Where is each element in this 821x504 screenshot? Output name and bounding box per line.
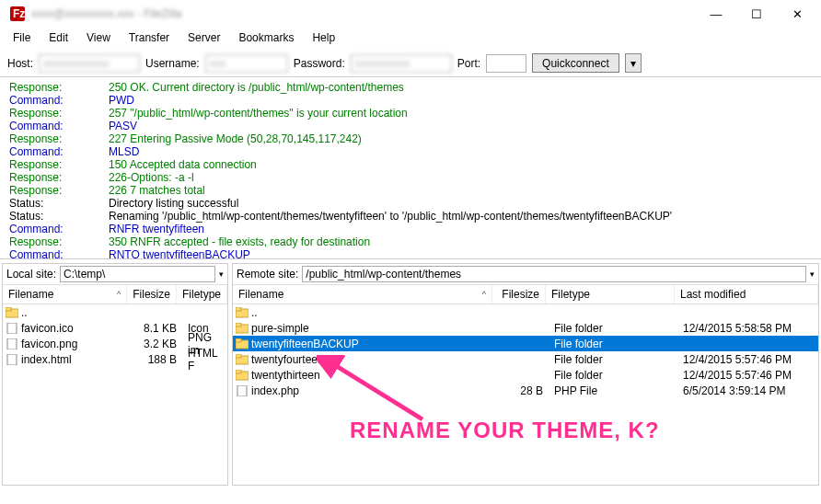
menu-bookmarks[interactable]: Bookmarks: [231, 29, 301, 46]
log-label: Response:: [9, 132, 109, 145]
password-input[interactable]: [351, 54, 452, 73]
file-name: favicon.png: [21, 338, 77, 350]
table-row[interactable]: twentythirteenFile folder12/4/2015 5:57:…: [233, 367, 818, 383]
host-input[interactable]: [39, 54, 140, 73]
annotation-text: RENAME YOUR THEME, K?: [350, 418, 660, 443]
log-text: 227 Entering Passive Mode (50,28,70,145,…: [109, 132, 362, 145]
file-type: File folder: [549, 353, 677, 366]
log-text: 257 "/public_html/wp-content/themes" is …: [109, 107, 408, 120]
remote-list-header: Filename^ Filesize Filetype Last modifie…: [233, 285, 818, 304]
file-size: 8.1 KB: [133, 322, 182, 335]
log-text: MLSD: [109, 145, 139, 158]
host-label: Host:: [7, 57, 33, 70]
username-input[interactable]: [205, 54, 288, 73]
col-filesize[interactable]: Filesize: [492, 285, 546, 304]
file-name: twentythirteen: [251, 369, 320, 382]
log-text: PWD: [109, 94, 134, 107]
file-name: pure-simple: [251, 322, 309, 335]
table-row[interactable]: pure-simpleFile folder12/4/2015 5:58:58 …: [233, 320, 818, 336]
log-label: Status:: [9, 210, 109, 223]
log-label: Command:: [9, 94, 109, 107]
app-icon: Fz: [9, 6, 26, 22]
log-label: Command:: [9, 223, 109, 235]
file-icon: [6, 323, 18, 334]
file-size: 3.2 KB: [133, 338, 182, 350]
maximize-button[interactable]: ☐: [736, 1, 777, 27]
svg-rect-17: [237, 385, 247, 396]
svg-rect-12: [236, 338, 241, 342]
svg-rect-16: [236, 370, 241, 373]
folder-icon: [236, 338, 249, 349]
local-file-list[interactable]: ..favicon.ico8.1 KBIconfavicon.png3.2 KB…: [3, 304, 227, 485]
file-name: twentyfifteenBACKUP: [251, 338, 359, 350]
file-type: File folder: [549, 369, 677, 382]
chevron-down-icon: ▾: [630, 57, 636, 70]
port-input[interactable]: [486, 54, 526, 73]
file-name: ..: [251, 306, 258, 319]
file-modified: 12/4/2015 5:58:58 PM: [677, 322, 815, 335]
remote-path-input[interactable]: [302, 266, 806, 282]
svg-rect-3: [6, 307, 11, 311]
close-button[interactable]: ✕: [777, 1, 817, 27]
log-text: PASV: [109, 120, 137, 132]
svg-text:Fz: Fz: [13, 7, 25, 20]
folder-icon: [236, 354, 249, 365]
log-label: Response:: [9, 184, 109, 197]
col-filename[interactable]: Filename^: [3, 285, 127, 304]
quickconnect-dropdown[interactable]: ▾: [625, 53, 642, 73]
col-filetype[interactable]: Filetype: [546, 285, 675, 304]
svg-rect-8: [236, 307, 241, 311]
file-name: ..: [21, 306, 28, 319]
file-name: index.html: [21, 353, 72, 366]
log-text: 250 OK. Current directory is /public_htm…: [109, 81, 404, 94]
log-text: 150 Accepted data connection: [109, 158, 257, 171]
local-site-label: Local site:: [6, 268, 56, 281]
file-name: twentyfourteen: [251, 353, 324, 366]
folder-icon: [6, 307, 18, 318]
col-filetype[interactable]: Filetype: [177, 285, 227, 304]
log-label: Response:: [9, 81, 109, 94]
menu-file[interactable]: File: [6, 29, 38, 46]
table-row[interactable]: twentyfourteenFile folder12/4/2015 5:57:…: [233, 351, 818, 367]
quickconnect-button[interactable]: Quickconnect: [532, 53, 619, 73]
table-row[interactable]: index.html188 BHTML F: [3, 351, 227, 367]
log-text: 350 RNFR accepted - file exists, ready f…: [109, 235, 370, 248]
local-list-header: Filename^ Filesize Filetype: [3, 285, 227, 304]
svg-rect-10: [236, 323, 241, 326]
remote-file-list[interactable]: ..pure-simpleFile folder12/4/2015 5:58:5…: [233, 304, 818, 485]
svg-rect-4: [7, 323, 17, 334]
file-icon: [236, 385, 249, 396]
log-text: RNTO twentyfifteenBACKUP: [109, 248, 250, 259]
col-filesize[interactable]: Filesize: [127, 285, 177, 304]
col-filename[interactable]: Filename^: [233, 285, 492, 304]
log-text: 226-Options: -a -l: [109, 171, 194, 184]
remote-site-label: Remote site:: [237, 268, 298, 281]
log-label: Response:: [9, 158, 109, 171]
log-label: Command:: [9, 120, 109, 132]
svg-rect-6: [7, 354, 17, 365]
table-row[interactable]: ..: [233, 304, 818, 320]
table-row[interactable]: index.php28 BPHP File6/5/2014 3:59:14 PM: [233, 383, 818, 398]
password-label: Password:: [294, 57, 345, 70]
log-panel[interactable]: Response:250 OK. Current directory is /p…: [0, 77, 821, 259]
log-text: RNFR twentyfifteen: [109, 223, 204, 235]
file-icon: [6, 354, 18, 365]
local-pane: Local site: ▾ Filename^ Filesize Filetyp…: [2, 263, 228, 486]
menu-help[interactable]: Help: [305, 29, 342, 46]
local-path-input[interactable]: [60, 266, 215, 282]
file-type: File folder: [549, 338, 677, 350]
menu-server[interactable]: Server: [180, 29, 227, 46]
titlebar: Fz xxxx@xxxxxxxxx.xxx - FileZilla — ☐ ✕: [0, 0, 821, 28]
file-size: 188 B: [133, 353, 182, 366]
menu-view[interactable]: View: [79, 29, 118, 46]
menu-transfer[interactable]: Transfer: [121, 29, 177, 46]
log-label: Response:: [9, 171, 109, 184]
log-text: 226 7 matches total: [109, 184, 205, 197]
minimize-button[interactable]: —: [696, 1, 736, 27]
chevron-down-icon[interactable]: ▾: [810, 269, 815, 279]
table-row[interactable]: twentyfifteenBACKUPFile folder: [233, 336, 818, 351]
table-row[interactable]: ..: [3, 304, 227, 320]
col-lastmodified[interactable]: Last modified: [675, 285, 818, 304]
menu-edit[interactable]: Edit: [41, 29, 75, 46]
chevron-down-icon[interactable]: ▾: [219, 269, 224, 279]
